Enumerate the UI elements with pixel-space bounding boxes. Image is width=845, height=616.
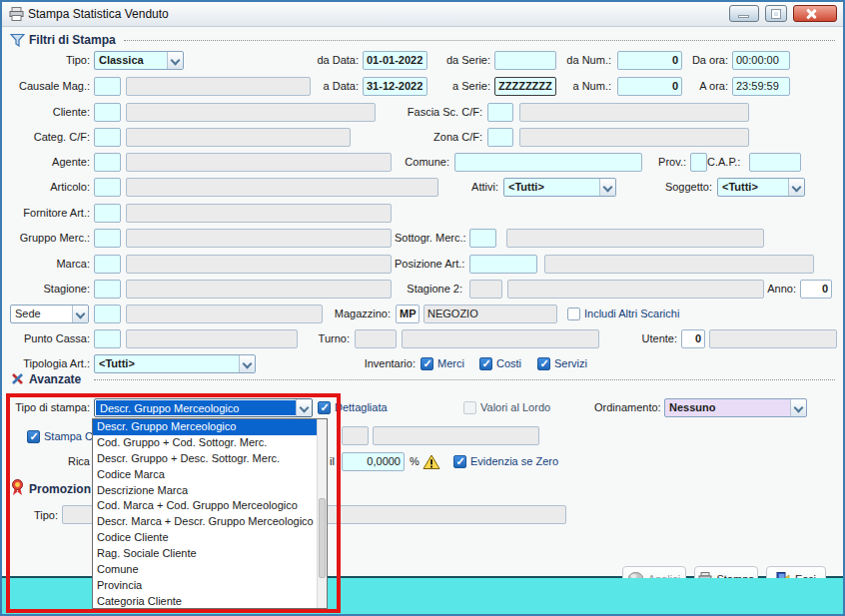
dropdown-item[interactable]: Descr. Gruppo + Desc. Sottogr. Merc. — [93, 451, 317, 467]
tipo-di-stampa-combobox[interactable]: Descr. Gruppo Merceologico — [94, 398, 313, 417]
chevron-down-icon[interactable] — [239, 355, 255, 372]
chevron-down-icon[interactable] — [788, 179, 804, 196]
marca-desc-field — [126, 255, 392, 274]
chevron-down-icon[interactable] — [599, 179, 615, 196]
dropdown-item[interactable]: Cod. Marca + Cod. Gruppo Merceologico — [93, 498, 317, 514]
da-data-field[interactable]: 01-01-2022 — [363, 51, 427, 70]
cliente-label: Cliente: — [4, 103, 90, 122]
dropdown-item[interactable]: Codice Marca — [93, 467, 317, 483]
articolo-label: Articolo: — [4, 178, 90, 197]
minimize-button[interactable] — [729, 5, 759, 22]
sede-desc-field — [126, 305, 323, 323]
sede-code-field[interactable] — [94, 305, 121, 323]
a-num-field[interactable]: 0 — [617, 77, 682, 96]
cap-field[interactable] — [749, 153, 801, 172]
avanzate-desc-field — [373, 426, 539, 445]
punto-cassa-desc-field — [126, 329, 298, 348]
stagione-code-field[interactable] — [94, 280, 121, 299]
fascia-sc-code-field[interactable] — [487, 103, 513, 122]
chevron-down-icon[interactable] — [167, 52, 183, 69]
da-ora-field[interactable]: 00:00:00 — [732, 51, 790, 70]
comune-field[interactable] — [454, 153, 642, 172]
da-num-field[interactable]: 0 — [617, 51, 682, 70]
title-bar: Stampa Statistica Venduto — [2, 2, 843, 27]
attivi-combobox[interactable]: <Tutti> — [503, 178, 616, 197]
da-num-label: da Num.: — [559, 51, 611, 70]
stagione2-desc-field — [507, 280, 764, 299]
promozioni-partial-label: Promozion — [29, 482, 91, 496]
dropdown-item[interactable]: Descr. Gruppo Merceologico — [93, 419, 317, 435]
ordinamento-combobox[interactable]: Nessuno — [664, 398, 807, 417]
soggetto-combobox[interactable]: <Tutti> — [717, 178, 805, 197]
punto-cassa-code-field[interactable] — [94, 329, 121, 348]
anno-label: Anno: — [764, 280, 796, 299]
chevron-down-icon[interactable] — [72, 306, 88, 322]
dropdown-item[interactable]: Rag. Sociale Cliente — [93, 546, 317, 562]
dropdown-item[interactable]: Provincia — [93, 578, 317, 594]
punto-cassa-label: Punto Cassa: — [4, 329, 90, 348]
section-divider — [124, 40, 835, 41]
agente-code-field[interactable] — [94, 153, 121, 172]
app-window: Stampa Statistica Venduto Filtri di Stam… — [0, 0, 845, 616]
close-button[interactable] — [793, 5, 837, 22]
prov-label: Prov.: — [651, 153, 686, 172]
percentuale-field[interactable]: 0,0000 — [342, 452, 405, 471]
chevron-down-icon[interactable] — [790, 399, 806, 416]
chevron-down-icon[interactable] — [296, 399, 312, 416]
stagione-label: Stagione: — [4, 280, 90, 299]
inventario-servizi-checkbox[interactable] — [537, 357, 550, 370]
inventario-costi-checkbox[interactable] — [479, 357, 492, 370]
utente-desc-field — [709, 329, 837, 348]
posizione-art-code-field[interactable] — [469, 255, 537, 274]
da-serie-field[interactable] — [494, 51, 556, 70]
tipo-combobox[interactable]: Classica — [94, 51, 184, 70]
a-num-label: a Num.: — [559, 77, 611, 96]
percent-sign-label: % — [410, 452, 420, 471]
filter-funnel-icon — [10, 33, 25, 51]
a-serie-field[interactable]: ZZZZZZZZ — [494, 77, 556, 96]
gruppo-merc-desc-field — [126, 229, 392, 248]
scrollbar-thumb[interactable] — [319, 498, 326, 577]
inventario-label: Inventario: — [354, 354, 416, 373]
categ-cf-code-field[interactable] — [94, 128, 121, 147]
zona-cf-code-field[interactable] — [487, 128, 513, 147]
dropdown-item[interactable]: Descrizione Marca — [93, 483, 317, 499]
causale-mag-label: Causale Mag.: — [4, 77, 90, 96]
maximize-icon — [772, 10, 780, 18]
dettagliata-checkbox[interactable] — [318, 401, 331, 414]
articolo-code-field[interactable] — [94, 178, 121, 197]
dropdown-item[interactable]: Categoria Cliente — [93, 594, 317, 610]
sottogr-merc-label: Sottogr. Merc.: — [395, 229, 462, 248]
a-ora-field[interactable]: 23:59:59 — [732, 77, 790, 96]
dropdown-scrollbar[interactable] — [317, 419, 327, 608]
prov-field[interactable] — [690, 153, 707, 172]
maximize-button[interactable] — [765, 5, 787, 22]
evidenzia-se-zero-label: Evidenzia se Zero — [470, 454, 558, 469]
dropdown-item[interactable]: Codice Cliente — [93, 530, 317, 546]
cliente-code-field[interactable] — [94, 103, 121, 122]
a-data-field[interactable]: 31-12-2022 — [363, 77, 427, 96]
marca-label: Marca: — [4, 255, 90, 274]
marca-code-field[interactable] — [94, 255, 121, 274]
tipologia-art-combobox[interactable]: <Tutti> — [94, 354, 256, 373]
causale-mag-desc-field — [126, 77, 311, 96]
inventario-merci-checkbox[interactable] — [421, 357, 433, 370]
rosette-icon — [11, 479, 24, 500]
cap-label: C.A.P.: — [707, 153, 740, 172]
utente-field[interactable]: 0 — [681, 329, 705, 348]
stampa-partial-checkbox[interactable] — [27, 430, 40, 443]
sottogr-merc-code-field[interactable] — [469, 229, 496, 248]
dropdown-item[interactable]: Comune — [93, 562, 317, 578]
dropdown-item[interactable]: Descr. Marca + Descr. Gruppo Merceologic… — [93, 514, 317, 530]
dropdown-item[interactable]: Cod. Gruppo + Cod. Sottogr. Merc. — [93, 435, 317, 451]
evidenzia-se-zero-checkbox[interactable] — [453, 455, 466, 468]
gruppo-merc-code-field[interactable] — [94, 229, 121, 248]
causale-mag-code-field[interactable] — [94, 77, 121, 96]
fornitore-art-code-field[interactable] — [94, 204, 121, 223]
sede-combobox[interactable]: Sede — [10, 305, 89, 323]
valori-al-lordo-label: Valori al Lordo — [480, 400, 550, 415]
includi-altri-scarichi-checkbox[interactable] — [567, 308, 580, 320]
magazzino-code-field[interactable]: MP — [396, 305, 420, 323]
anno-field[interactable]: 0 — [800, 280, 832, 299]
valori-al-lordo-checkbox[interactable] — [463, 401, 476, 414]
